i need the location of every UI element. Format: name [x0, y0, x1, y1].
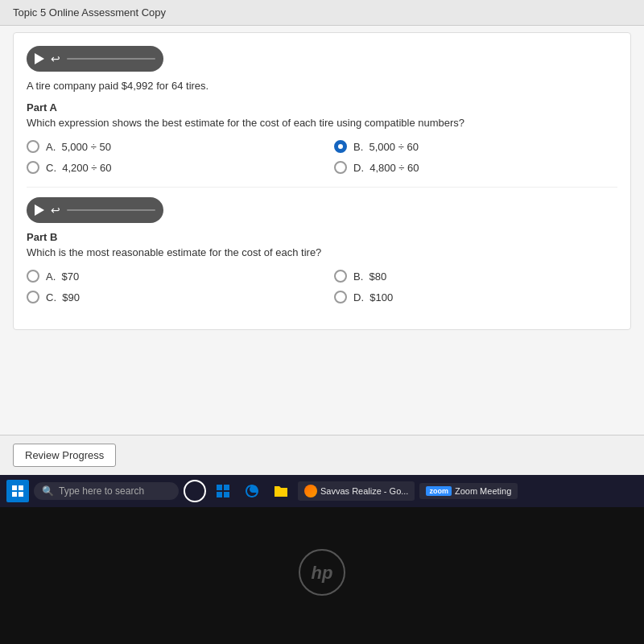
- radio-b2[interactable]: [334, 270, 347, 283]
- audio-icon-b: ↩: [51, 204, 60, 217]
- option-a1-label: A. 5,000 ÷ 50: [46, 141, 111, 153]
- part-b-label: Part B: [27, 231, 617, 243]
- option-b1[interactable]: B. 5,000 ÷ 60: [334, 140, 617, 153]
- zoom-badge: zoom: [426, 486, 452, 496]
- play-button-a[interactable]: [35, 53, 44, 64]
- svg-rect-0: [12, 485, 17, 490]
- option-b1-label: B. 5,000 ÷ 60: [353, 141, 419, 153]
- play-button-b[interactable]: [35, 204, 44, 216]
- svg-text:hp: hp: [312, 563, 333, 583]
- svg-rect-2: [12, 492, 17, 497]
- task-view-button[interactable]: [184, 480, 206, 502]
- part-b-options: A. $70 B. $80 C. $90 D. $100: [27, 270, 617, 303]
- savvas-icon: [304, 485, 317, 497]
- option-a2-label: A. $70: [46, 270, 79, 283]
- audio-progress-b: [67, 209, 155, 211]
- option-d1-label: D. 4,800 ÷ 60: [353, 162, 419, 174]
- page-title: Topic 5 Online Assessment Copy: [13, 6, 166, 19]
- dark-bottom-area: hp: [0, 507, 644, 644]
- radio-d1[interactable]: [334, 161, 347, 174]
- radio-c2[interactable]: [27, 291, 39, 303]
- taskbar-search-bar[interactable]: 🔍 Type here to search: [34, 482, 179, 500]
- audio-progress-a: [67, 58, 155, 60]
- audio-icon-a: ↩: [51, 52, 60, 65]
- svg-rect-5: [224, 485, 229, 490]
- svg-rect-4: [217, 485, 222, 490]
- bottom-bar: Review Progress: [0, 435, 644, 475]
- option-a1[interactable]: A. 5,000 ÷ 50: [27, 140, 310, 153]
- radio-a1[interactable]: [27, 140, 39, 153]
- svg-rect-7: [224, 492, 229, 497]
- taskbar-search-text: Type here to search: [59, 485, 144, 497]
- question-area: ↩ A tire company paid $4,992 for 64 tire…: [13, 32, 631, 330]
- problem-intro: A tire company paid $4,992 for 64 tires.: [27, 80, 617, 92]
- radio-c1[interactable]: [27, 161, 39, 174]
- page-header: Topic 5 Online Assessment Copy: [0, 0, 644, 26]
- option-d2-label: D. $100: [353, 291, 393, 303]
- hp-logo: hp: [298, 548, 346, 604]
- option-b2[interactable]: B. $80: [334, 270, 617, 283]
- option-d1[interactable]: D. 4,800 ÷ 60: [334, 161, 617, 174]
- option-c1-label: C. 4,200 ÷ 60: [46, 162, 112, 174]
- part-a-question: Which expression shows the best estimate…: [27, 117, 617, 129]
- savvas-label: Savvas Realize - Go...: [320, 486, 408, 496]
- zoom-label: Zoom Meeting: [455, 486, 511, 496]
- option-d2[interactable]: D. $100: [334, 291, 617, 303]
- divider: [27, 187, 617, 188]
- review-progress-button[interactable]: Review Progress: [13, 444, 116, 467]
- audio-bar-a[interactable]: ↩: [27, 46, 163, 72]
- part-b-question: Which is the most reasonable estimate fo…: [27, 246, 617, 258]
- svg-rect-1: [19, 485, 23, 490]
- option-c2[interactable]: C. $90: [27, 291, 310, 303]
- file-explorer-button[interactable]: [269, 479, 293, 503]
- svg-rect-6: [217, 492, 222, 497]
- taskbar: 🔍 Type here to search Savvas Realize - G…: [0, 475, 644, 507]
- option-c1[interactable]: C. 4,200 ÷ 60: [27, 161, 310, 174]
- edge-button[interactable]: [240, 479, 264, 503]
- main-content: Topic 5 Online Assessment Copy ↩ A tire …: [0, 0, 644, 475]
- radio-b1[interactable]: [334, 140, 347, 153]
- option-c2-label: C. $90: [46, 291, 80, 303]
- radio-d2[interactable]: [334, 291, 347, 303]
- option-b2-label: B. $80: [353, 270, 386, 283]
- savvas-realize-button[interactable]: Savvas Realize - Go...: [298, 481, 415, 501]
- zoom-meeting-button[interactable]: zoom Zoom Meeting: [419, 483, 518, 499]
- search-icon: 🔍: [42, 485, 54, 497]
- part-a-options: A. 5,000 ÷ 50 B. 5,000 ÷ 60 C. 4,200 ÷ 6…: [27, 140, 617, 174]
- start-button[interactable]: [6, 480, 29, 502]
- apps-button[interactable]: [211, 479, 235, 503]
- audio-bar-b[interactable]: ↩: [27, 197, 163, 223]
- option-a2[interactable]: A. $70: [27, 270, 310, 283]
- radio-a2[interactable]: [27, 270, 39, 283]
- svg-rect-3: [19, 492, 23, 497]
- part-a-label: Part A: [27, 101, 617, 114]
